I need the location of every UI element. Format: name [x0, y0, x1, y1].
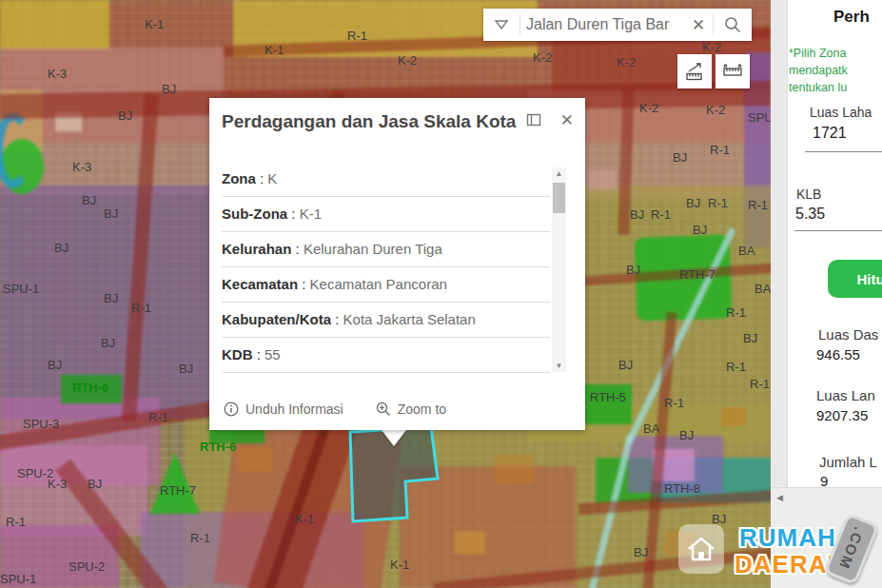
map-zone-label: BJ	[118, 108, 132, 123]
rumahdaerah-logo: RUMAH DAERAH .COM	[671, 512, 882, 588]
hitung-button[interactable]: Hitu	[828, 260, 882, 298]
map-zone-label: K-3	[48, 67, 67, 81]
map-zone-label: K-3	[48, 477, 67, 491]
map-zone-label: K-1	[295, 512, 314, 526]
panel-note: *Pilih Zona mendapatk tentukan lu	[789, 45, 848, 96]
map-zone-label: K-1	[265, 43, 284, 57]
map-zone-label: BJ	[101, 336, 115, 350]
popup-field-row: Kelurahan : Kelurahan Duren Tiga	[222, 232, 550, 267]
map-zone-label: BJ	[54, 241, 69, 255]
note-line: tentukan lu	[789, 79, 848, 96]
field-separator: :	[291, 241, 304, 257]
map-zone-label: BJ	[179, 362, 193, 376]
note-line: mendapatk	[789, 62, 848, 79]
map-zone-label: R-1	[651, 207, 671, 222]
field-value: 55	[265, 346, 281, 363]
clear-search-icon[interactable]: ✕	[684, 15, 713, 35]
map-zone-label: K-2	[639, 101, 658, 115]
measure-area-button[interactable]	[677, 54, 712, 88]
map-zone-label: R-1	[190, 531, 210, 545]
map-zone-label: BJ	[743, 331, 757, 345]
collapse-panel-icon[interactable]: ◀	[776, 493, 783, 502]
download-info-label: Unduh Informasi	[245, 402, 343, 417]
luas-lahan-input[interactable]: 1721	[813, 125, 847, 142]
map-zone-label: BJ	[104, 291, 118, 305]
zoom-to-label: Zoom to	[398, 402, 446, 417]
map-zone-label: BJ	[618, 358, 633, 372]
map-zone-label: BJ	[626, 263, 640, 277]
luas-dasar-label: Luas Das	[818, 326, 878, 343]
map-zone-label: K-3	[72, 160, 91, 174]
popup-fields: Zona : K Sub-Zona : K-1 Kelurahan : Kelu…	[222, 162, 550, 373]
dock-icon[interactable]	[526, 113, 541, 127]
field-separator: :	[256, 170, 268, 186]
map-zone-label: SPU-2	[69, 559, 105, 574]
zoom-to-button[interactable]: Zoom to	[376, 402, 446, 417]
popup-field-row: KDB : 55	[222, 338, 550, 373]
map-zone-label: K-2	[706, 103, 725, 117]
map-zone-label: BJ	[104, 206, 118, 221]
luas-lantai-label: Luas Lan	[816, 387, 875, 403]
map-zone-label: BA	[738, 244, 755, 258]
field-separator: :	[298, 276, 310, 292]
scrollbar-thumb[interactable]	[553, 183, 565, 213]
scroll-up-icon[interactable]: ▲	[552, 169, 566, 178]
popup-field-row: Sub-Zona : K-1	[222, 197, 550, 232]
calculation-panel: Perh *Pilih Zona mendapatk tentukan lu L…	[788, 0, 882, 487]
popup-scrollbar[interactable]: ▲ ▼	[552, 167, 566, 372]
popup-title: Perdagangan dan Jasa Skala Kota	[222, 109, 536, 134]
panel-title: Perh	[833, 8, 870, 27]
luas-dasar-value: 946.55	[816, 346, 860, 363]
map-zone-label: R-1	[750, 377, 770, 391]
map-zone-label: R-1	[710, 143, 730, 157]
map-zone-label: R-1	[664, 396, 684, 410]
field-separator: :	[331, 311, 343, 327]
map-zone-label: K-2	[617, 55, 636, 69]
info-icon	[224, 402, 239, 417]
field-value: K	[267, 170, 277, 186]
map-zone-label: BJ	[673, 150, 687, 165]
map-zone-label: K-1	[145, 17, 164, 31]
map-zone-label: R-1	[347, 29, 367, 43]
map-zone-label: BJ	[679, 428, 694, 442]
map-zone-label: SPU	[748, 110, 771, 125]
input-underline	[794, 230, 882, 231]
search-dropdown-button[interactable]	[483, 9, 519, 41]
map-zone-label: R-1	[148, 410, 168, 424]
close-icon[interactable]: ✕	[560, 110, 574, 130]
field-value: Kecamatan Pancoran	[310, 276, 447, 292]
map-zone-label: BJ	[630, 207, 644, 222]
field-separator: :	[253, 346, 265, 363]
field-label: Kabupaten/Kota	[222, 311, 331, 327]
download-info-button[interactable]: Unduh Informasi	[224, 402, 343, 417]
map-zone-label: SPU-1	[0, 572, 36, 586]
map-zone-label: BA	[755, 282, 771, 296]
map-zone-label: BA	[643, 421, 659, 436]
popup-field-row: Zona : K	[222, 162, 550, 197]
klb-input[interactable]: 5.35	[795, 206, 825, 223]
field-label: Kelurahan	[222, 241, 291, 257]
scroll-down-icon[interactable]: ▼	[552, 362, 566, 370]
search-bar: ✕	[483, 9, 752, 41]
klb-label: KLB	[796, 186, 821, 202]
map-zone-label: K-2	[702, 40, 721, 54]
map-zone-label: BJ	[686, 196, 700, 210]
search-input[interactable]	[520, 16, 684, 33]
map-zone-label: R-1	[131, 301, 151, 315]
search-icon[interactable]	[714, 9, 752, 41]
map-zone-label: R-1	[708, 196, 728, 210]
luas-lantai-value: 9207.35	[816, 407, 868, 423]
magnifier-icon	[724, 16, 741, 33]
map-zone-label: R-1	[6, 515, 26, 529]
popup-footer: Unduh Informasi Zoom to	[224, 402, 446, 417]
feature-popup: Perdagangan dan Jasa Skala Kota ✕ Zona :…	[209, 98, 585, 430]
logo-tag-text: .COM	[835, 525, 867, 573]
field-value: K-1	[300, 206, 322, 222]
map-zone-label: R-1	[726, 360, 746, 374]
field-separator: :	[287, 206, 300, 222]
map-zone-label: RTH-6	[200, 440, 236, 454]
popup-field-row: Kabupaten/Kota : Kota Jakarta Selatan	[222, 303, 550, 338]
measure-distance-button[interactable]	[715, 54, 750, 88]
map-zone-label: RTH-7	[160, 483, 196, 498]
map-zone-label: BJ	[634, 545, 648, 559]
